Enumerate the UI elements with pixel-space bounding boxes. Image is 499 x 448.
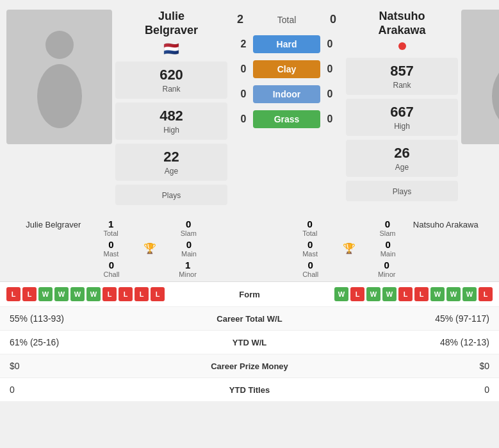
h2h-grass-right: 0 bbox=[323, 113, 336, 125]
player1-detail-stats: 1 Total 0 Slam 0 Mast 🏆 0 Main bbox=[100, 219, 199, 278]
player2-high-label: High bbox=[356, 122, 448, 131]
player1-high-box: 482 High bbox=[115, 103, 227, 140]
p2-total-val: 0 bbox=[302, 219, 317, 229]
form-badge: L bbox=[6, 287, 20, 301]
p2-chall-val: 0 bbox=[302, 260, 318, 270]
player1-flag: 🇳🇱 bbox=[163, 41, 179, 56]
p2-career-prize: $0 bbox=[314, 361, 490, 371]
player2-age-value: 26 bbox=[356, 145, 448, 162]
h2h-clay-right: 0 bbox=[323, 63, 336, 75]
form-badge: W bbox=[334, 287, 348, 301]
player1-high-value: 482 bbox=[125, 108, 218, 124]
form-badge: W bbox=[70, 287, 85, 301]
player1-age-value: 22 bbox=[125, 149, 218, 165]
form-section: LLWWWWLLLL Form WLWWLLWWWL bbox=[0, 281, 499, 306]
player1-rank-value: 620 bbox=[125, 67, 218, 83]
form-badge: L bbox=[22, 287, 37, 301]
form-badge: L bbox=[350, 287, 364, 301]
p1-career-prize: $0 bbox=[10, 361, 186, 371]
p1-main-lbl: Main bbox=[181, 250, 197, 258]
h2h-clay-row: 0 Clay 0 bbox=[231, 58, 343, 81]
top-section: Julie Belgraver 🇳🇱 620 Rank 482 High 22 … bbox=[0, 0, 499, 215]
player2-high-value: 667 bbox=[356, 104, 448, 120]
form-badge: W bbox=[446, 287, 461, 301]
form-badge: W bbox=[430, 287, 445, 301]
p1-minor-lbl: Minor bbox=[179, 270, 197, 278]
form-badge: W bbox=[382, 287, 397, 301]
h2h-indoor-row: 0 Indoor 0 bbox=[231, 83, 343, 106]
player2-trophy-icon: 🏆 bbox=[343, 242, 356, 254]
h2h-hard-left: 2 bbox=[237, 38, 250, 50]
surface-hard-badge: Hard bbox=[253, 35, 320, 53]
p2-mast-val: 0 bbox=[302, 239, 318, 250]
player2-detail-stats: 0 Total 0 Slam 0 Mast 🏆 0 Main bbox=[299, 219, 398, 278]
h2h-grass-row: 0 Grass 0 bbox=[231, 108, 343, 131]
player2-form-badges: WLWWLLWWWL bbox=[334, 287, 493, 301]
h2h-total-label: Total bbox=[277, 15, 297, 25]
p1-mast-val: 0 bbox=[103, 239, 119, 250]
player2-plays-box: Plays bbox=[346, 181, 458, 201]
svg-point-3 bbox=[492, 64, 500, 128]
player1-name: Julie Belgraver bbox=[145, 10, 198, 37]
player1-rank-box: 620 Rank bbox=[115, 62, 227, 99]
player2-age-label: Age bbox=[356, 163, 448, 172]
h2h-clay-left: 0 bbox=[237, 63, 250, 75]
player1-age-box: 22 Age bbox=[115, 144, 227, 181]
p1-career-wl: 55% (113-93) bbox=[10, 313, 186, 324]
player1-name-under: Julie Belgraver bbox=[6, 219, 100, 278]
main-container: Julie Belgraver 🇳🇱 620 Rank 482 High 22 … bbox=[0, 0, 499, 401]
form-label: Form bbox=[239, 290, 260, 299]
form-badge: W bbox=[86, 287, 101, 301]
player2-rank-box: 857 Rank bbox=[346, 58, 458, 95]
p2-ytd-wl: 48% (12-13) bbox=[314, 337, 490, 347]
p1-slam-val: 0 bbox=[181, 219, 197, 229]
surface-clay-badge: Clay bbox=[253, 60, 320, 78]
form-badge: W bbox=[462, 287, 477, 301]
form-badge: L bbox=[102, 287, 117, 301]
player1-photo bbox=[6, 10, 112, 144]
player2-rank-value: 857 bbox=[356, 63, 448, 79]
p1-main-val: 0 bbox=[181, 239, 197, 250]
stats-table: 55% (113-93) Career Total W/L 45% (97-11… bbox=[0, 306, 499, 401]
p2-chall-lbl: Chall bbox=[302, 270, 318, 278]
player1-age-label: Age bbox=[125, 167, 218, 176]
career-prize-label: Career Prize Money bbox=[186, 361, 314, 371]
p1-total-lbl: Total bbox=[103, 229, 118, 237]
p2-main-val: 0 bbox=[380, 239, 396, 250]
p1-total-val: 1 bbox=[103, 219, 118, 229]
form-badge: L bbox=[135, 287, 149, 301]
form-badge: W bbox=[38, 287, 53, 301]
career-wl-row: 55% (113-93) Career Total W/L 45% (97-11… bbox=[0, 306, 499, 330]
ytd-titles-label: YTD Titles bbox=[186, 385, 314, 395]
h2h-hard-right: 0 bbox=[323, 38, 336, 50]
player1-high-label: High bbox=[125, 126, 218, 135]
form-badge: L bbox=[119, 287, 133, 301]
player2-plays-label: Plays bbox=[356, 187, 448, 196]
form-badge: L bbox=[414, 287, 429, 301]
form-badge: W bbox=[366, 287, 380, 301]
h2h-grass-left: 0 bbox=[237, 113, 250, 125]
form-badge: L bbox=[151, 287, 165, 301]
h2h-indoor-right: 0 bbox=[323, 88, 336, 100]
surface-indoor-badge: Indoor bbox=[253, 85, 320, 103]
p1-minor-val: 1 bbox=[179, 260, 197, 270]
h2h-total-right: 0 bbox=[330, 13, 336, 26]
player2-name: Natsuho Arakawa bbox=[378, 10, 425, 37]
player2-age-box: 26 Age bbox=[346, 140, 458, 177]
ytd-titles-row: 0 YTD Titles 0 bbox=[0, 377, 499, 401]
p2-slam-val: 0 bbox=[379, 219, 395, 229]
center-column: 2 Total 0 2 Hard 0 0 Clay 0 0 Indoor 0 bbox=[231, 10, 343, 209]
form-badge: L bbox=[479, 287, 493, 301]
h2h-total-row: 2 Total 0 bbox=[231, 10, 343, 29]
p1-mast-lbl: Mast bbox=[103, 250, 119, 258]
p1-ytd-wl: 61% (25-16) bbox=[10, 337, 186, 347]
player1-plays-box: Plays bbox=[115, 185, 227, 205]
h2h-hard-row: 2 Hard 0 bbox=[231, 33, 343, 56]
career-wl-label: Career Total W/L bbox=[186, 314, 314, 324]
form-badge: W bbox=[54, 287, 69, 301]
player2-flag bbox=[398, 41, 406, 53]
p1-ytd-titles: 0 bbox=[10, 385, 186, 395]
ytd-wl-label: YTD W/L bbox=[186, 338, 314, 347]
p1-chall-lbl: Chall bbox=[103, 270, 119, 278]
player1-trophy-icon: 🏆 bbox=[143, 242, 156, 254]
